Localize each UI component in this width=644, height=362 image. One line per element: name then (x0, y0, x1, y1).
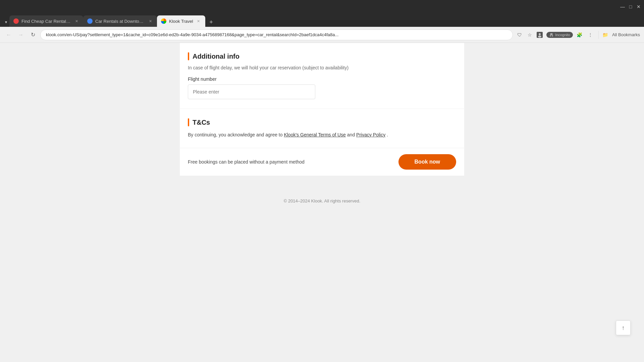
free-booking-text: Free bookings can be placed without a pa… (188, 159, 305, 165)
tab1-close-button[interactable]: ✕ (74, 18, 79, 24)
address-icons: 🛡 ☆ (516, 31, 544, 39)
browser-tab-2[interactable]: Car Rentals at Downtown Los A... ✕ (83, 15, 157, 27)
scroll-to-top-button[interactable]: ↑ (616, 320, 631, 335)
url-input[interactable]: klook.com/en-US/pay?settlement_type=1&ca… (40, 29, 513, 40)
svg-point-3 (550, 33, 553, 35)
close-button[interactable]: ✕ (636, 4, 641, 9)
additional-info-header: Additional info (188, 52, 456, 60)
incognito-icon (549, 33, 554, 37)
tcs-header: T&Cs (188, 118, 456, 126)
bookmarks-folder-icon[interactable]: 📁 (601, 31, 609, 39)
more-button[interactable]: ⋮ (586, 31, 594, 39)
privacy-policy-link[interactable]: Privacy Policy (356, 132, 385, 137)
scroll-top-icon: ↑ (622, 324, 625, 331)
bookmarks-area: 📁 All Bookmarks (598, 31, 640, 39)
footer: © 2014–2024 Klook. All rights reserved. (284, 189, 361, 213)
svg-point-5 (552, 35, 553, 37)
bookmark-star-icon[interactable]: ☆ (526, 31, 534, 39)
svg-point-4 (550, 35, 551, 37)
flight-number-label: Flight number (188, 76, 456, 82)
url-text: klook.com/en-US/pay?settlement_type=1&ca… (46, 32, 338, 37)
tcs-section: T&Cs By continuing, you acknowledge and … (180, 109, 464, 148)
refresh-button[interactable]: ↻ (28, 30, 38, 40)
svg-point-1 (539, 33, 541, 35)
tabs-bar: ▾ Find Cheap Car Rental Deals & ✕ Car Re… (0, 13, 644, 27)
window-controls: — □ ✕ (620, 4, 641, 9)
minimize-button[interactable]: — (620, 4, 625, 9)
profile-svg (537, 32, 543, 38)
new-tab-button[interactable]: + (207, 17, 216, 27)
all-bookmarks-label[interactable]: All Bookmarks (612, 32, 640, 37)
tab3-close-button[interactable]: ✕ (196, 18, 201, 24)
tcs-indicator (188, 118, 189, 126)
profile-icon[interactable] (536, 31, 544, 39)
title-bar: — □ ✕ (0, 0, 644, 13)
additional-info-description: In case of flight delay, we will hold yo… (188, 65, 456, 70)
terms-of-use-link[interactable]: Klook's General Terms of Use (284, 132, 346, 137)
tracking-protection-icon[interactable]: 🛡 (516, 31, 524, 39)
tab-dropdown-button[interactable]: ▾ (3, 17, 9, 27)
browser-tab-1[interactable]: Find Cheap Car Rental Deals & ✕ (9, 15, 83, 27)
tab3-title: Klook Travel (169, 19, 193, 24)
svg-point-2 (538, 36, 541, 38)
browser-chrome: — □ ✕ ▾ Find Cheap Car Rental Deals & ✕ … (0, 0, 644, 43)
browser-tab-3[interactable]: Klook Travel ✕ (157, 15, 205, 27)
extensions-button[interactable]: 🧩 (576, 31, 584, 39)
tcs-text: By continuing, you acknowledge and agree… (188, 131, 456, 138)
forward-icon: → (18, 32, 23, 38)
tab2-close-button[interactable]: ✕ (148, 18, 153, 24)
additional-info-section: Additional info In case of flight delay,… (180, 43, 464, 109)
content-wrapper: Additional info In case of flight delay,… (180, 43, 464, 176)
action-bar: Free bookings can be placed without a pa… (180, 148, 464, 176)
additional-info-indicator (188, 52, 189, 60)
incognito-label: Incognito (555, 33, 570, 37)
tab3-favicon (161, 18, 166, 24)
tab2-favicon (87, 18, 93, 24)
additional-info-title: Additional info (193, 53, 239, 60)
refresh-icon: ↻ (31, 32, 35, 38)
back-button[interactable]: ← (4, 30, 13, 40)
incognito-badge: Incognito (546, 32, 573, 38)
page-content: Additional info In case of flight delay,… (0, 43, 644, 362)
copyright-text: © 2014–2024 Klook. All rights reserved. (284, 198, 361, 203)
tcs-text-after: . (387, 132, 388, 137)
flight-number-input[interactable] (188, 84, 315, 99)
address-bar: ← → ↻ klook.com/en-US/pay?settlement_typ… (0, 27, 644, 43)
forward-button[interactable]: → (16, 30, 25, 40)
book-now-button[interactable]: Book now (398, 154, 456, 170)
chevron-down-icon: ▾ (5, 20, 7, 24)
tcs-title: T&Cs (193, 119, 210, 126)
tcs-text-middle: and (347, 132, 356, 137)
tcs-text-before: By continuing, you acknowledge and agree… (188, 132, 284, 137)
maximize-button[interactable]: □ (628, 4, 633, 9)
tab2-title: Car Rentals at Downtown Los A... (95, 19, 145, 24)
tab1-favicon (13, 18, 19, 24)
tab1-title: Find Cheap Car Rental Deals & (21, 19, 71, 24)
back-icon: ← (6, 32, 11, 38)
